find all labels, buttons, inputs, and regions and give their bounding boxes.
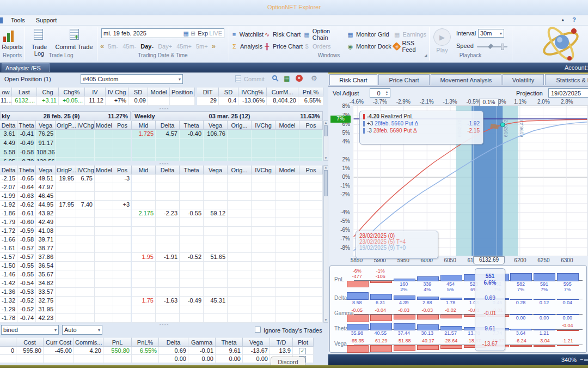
grid-cell[interactable] [275, 209, 299, 218]
grid-cell[interactable]: -0.55 [17, 270, 36, 279]
grid-cell[interactable]: 49.51 [36, 174, 56, 183]
grid-cell[interactable]: 129.56 [36, 158, 56, 161]
grid-cell[interactable]: -0.41 [17, 130, 36, 139]
grid-cell[interactable] [113, 270, 131, 279]
projection-date-field[interactable]: 19/02/2025 [548, 88, 588, 98]
grid-cell[interactable] [299, 209, 323, 218]
grid-cell[interactable]: 6.95 [0, 158, 17, 161]
grid-cell[interactable] [76, 227, 95, 236]
grid-cell[interactable] [132, 174, 156, 183]
auto-select[interactable]: Auto ▾ [62, 325, 102, 335]
grid-cell[interactable] [113, 279, 131, 288]
grid-cell[interactable] [180, 270, 204, 279]
grid-cell[interactable] [180, 201, 204, 209]
grid-cell[interactable] [204, 183, 228, 192]
grid-cell[interactable] [180, 262, 204, 270]
grid-cell[interactable] [180, 192, 204, 201]
grid-cell[interactable] [156, 201, 180, 209]
grid-cell[interactable] [228, 244, 252, 253]
trade-log-button[interactable] [34, 29, 43, 41]
grid-cell[interactable]: 7.40 [76, 201, 95, 209]
windows-risk-chart-button[interactable]: ∿Risk Chart [264, 31, 303, 38]
grid-cell[interactable] [156, 218, 180, 227]
ignore-trades-checkbox[interactable] [255, 327, 261, 333]
slider-thumb[interactable] [488, 44, 493, 49]
menu-tools[interactable]: Tools [5, 15, 30, 25]
grid-cell[interactable]: -2.07 [0, 183, 17, 192]
grid-cell[interactable] [156, 288, 180, 297]
grid-cell[interactable]: 4.49 [0, 139, 17, 148]
grid-cell[interactable] [95, 174, 113, 183]
grid-cell[interactable] [132, 218, 156, 227]
grid-cell[interactable] [299, 227, 323, 236]
discord-button[interactable]: Discord [271, 357, 305, 365]
grid-cell[interactable]: -0.62 [17, 201, 36, 209]
grid-cell[interactable] [156, 174, 180, 183]
grid-cell[interactable] [252, 227, 275, 236]
grid-cell[interactable] [156, 279, 180, 288]
windows-option-chain-button[interactable]: ▦Option Chain [303, 28, 347, 41]
grid-cell[interactable]: 47.97 [36, 183, 56, 192]
grid-cell[interactable] [156, 305, 180, 314]
grid-cell[interactable] [180, 148, 204, 158]
zoom-slider[interactable] [584, 359, 588, 361]
grid-cell[interactable] [228, 305, 252, 314]
grid-cell[interactable] [56, 192, 76, 201]
grid-cell[interactable]: -0.58 [17, 236, 36, 244]
grid-cell[interactable]: -0.53 [17, 288, 36, 297]
grid-cell[interactable]: 2.175 [132, 209, 156, 218]
grid-cell[interactable] [132, 139, 156, 148]
grid-cell[interactable] [156, 192, 180, 201]
grid-cell[interactable] [299, 218, 323, 227]
grid-cell[interactable]: 51.65 [204, 253, 228, 262]
grid-cell[interactable]: 19.95 [56, 174, 76, 183]
slider-thumb-2[interactable] [501, 44, 504, 50]
grid-cell[interactable] [228, 262, 252, 270]
grid-cell[interactable] [204, 288, 228, 297]
grid-cell[interactable] [132, 262, 156, 270]
grid-cell[interactable]: -1.29 [0, 305, 17, 314]
tab-movement-analysis[interactable]: Movement Analysis [431, 74, 501, 85]
grid-cell[interactable] [228, 270, 252, 279]
grid-cell[interactable] [180, 139, 204, 148]
grid-cell[interactable]: -0.59 [17, 227, 36, 236]
grid-cell[interactable]: -1.32 [0, 297, 17, 305]
grid-cell[interactable] [228, 227, 252, 236]
ribbon-collapse-icon[interactable]: ▴ [561, 17, 564, 22]
grid-cell[interactable] [228, 183, 252, 192]
grid-cell[interactable] [56, 139, 76, 148]
grid-cell[interactable] [95, 305, 113, 314]
prev-chevron-icon[interactable]: « [100, 42, 104, 50]
grid-cell[interactable]: -0.52 [17, 305, 36, 314]
calendar-icon[interactable]: ▦ [183, 30, 189, 37]
export-grid-icon[interactable]: ▦ [284, 75, 290, 82]
grid-cell[interactable] [76, 270, 95, 279]
grid-cell[interactable] [228, 158, 252, 161]
grid-cell[interactable]: 45.31 [204, 297, 228, 305]
interval-select[interactable]: 30m ▾ [478, 29, 504, 38]
time-nav-day-[interactable]: Day- [140, 43, 154, 50]
commit-trade-button-label[interactable]: Commit Trade [54, 44, 94, 50]
grid-cell[interactable]: 32.75 [36, 297, 56, 305]
grid-cell[interactable] [252, 270, 275, 279]
grid-cell[interactable] [76, 288, 95, 297]
grid-cell[interactable] [180, 158, 204, 161]
grid-cell[interactable] [95, 297, 113, 305]
grid-cell[interactable]: -2.23 [156, 209, 180, 218]
grid-cell[interactable] [180, 288, 204, 297]
grid-cell[interactable]: -0.58 [17, 148, 36, 158]
grid-cell[interactable]: 5.58 [0, 148, 17, 158]
grid-cell[interactable] [299, 253, 323, 262]
grid-cell[interactable]: 1.75 [132, 297, 156, 305]
grid-cell[interactable] [56, 262, 76, 270]
grid-cell[interactable] [299, 305, 323, 314]
grid-cell[interactable] [299, 244, 323, 253]
grid-cell[interactable] [180, 236, 204, 244]
grid-cell[interactable] [299, 158, 323, 161]
grid-cell[interactable]: 38.77 [36, 244, 56, 253]
grid-cell[interactable]: -0.49 [17, 139, 36, 148]
grid-cell[interactable] [252, 297, 275, 305]
grid-cell[interactable]: +3 [113, 201, 131, 209]
grid-cell[interactable] [252, 192, 275, 201]
grid-cell[interactable]: -1.78 [0, 314, 17, 323]
